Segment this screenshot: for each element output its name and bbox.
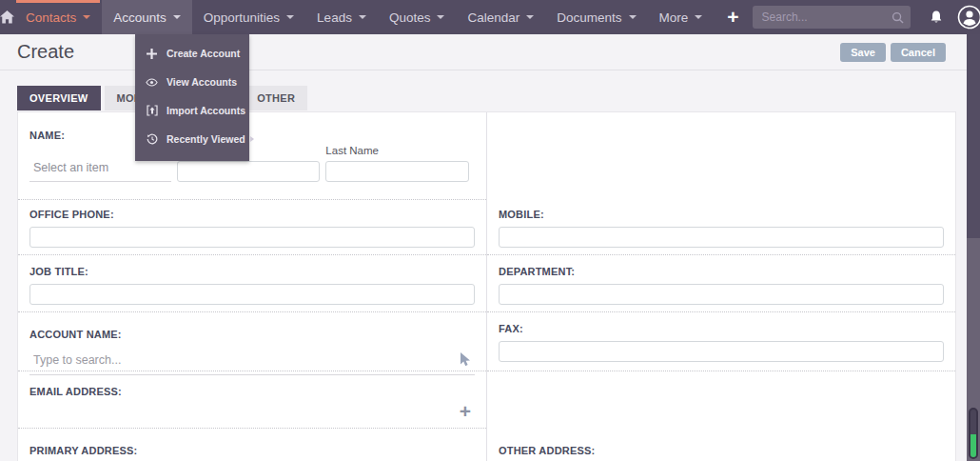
mobile-input[interactable] (499, 227, 944, 248)
import-icon (146, 105, 158, 116)
nav-item-contacts[interactable]: Contacts (14, 0, 102, 34)
chevron-down-icon (526, 15, 534, 19)
job-title-input[interactable] (29, 284, 475, 305)
nav-item-more[interactable]: More (648, 0, 715, 34)
field-name: NAME: Select an item First Name Last Nam… (18, 112, 486, 200)
field-label: MOBILE: (499, 209, 944, 220)
chevron-down-icon (695, 15, 702, 19)
app-window: Contacts Accounts Opportunities Leads Qu… (0, 0, 980, 461)
fax-input[interactable] (499, 341, 944, 362)
last-name-input[interactable] (325, 161, 469, 182)
chevron-down-icon (359, 15, 366, 19)
office-phone-input[interactable] (29, 227, 475, 248)
submenu-arrow-icon (250, 136, 254, 142)
notifications-bell-icon[interactable] (920, 10, 952, 25)
field-label: FAX: (499, 323, 944, 334)
field-department: DEPARTMENT: (487, 255, 955, 312)
nav-item-documents[interactable]: Documents (545, 0, 647, 34)
menu-item-label: View Accounts (167, 76, 237, 88)
nav-item-label: Quotes (389, 10, 431, 25)
first-name-input[interactable] (177, 161, 321, 182)
field-email-address: EMAIL ADDRESS: + (18, 371, 486, 429)
chevron-down-icon (629, 15, 637, 19)
save-button[interactable]: Save (840, 43, 886, 62)
quick-create-plus-icon[interactable]: + (714, 1, 752, 33)
menu-item-view-accounts[interactable]: View Accounts (135, 68, 249, 96)
field-label: ACCOUNT NAME: (29, 329, 122, 340)
field-primary-address: PRIMARY ADDRESS: (18, 429, 486, 461)
menu-item-label: Import Accounts (167, 105, 245, 116)
eye-icon (146, 78, 158, 87)
search-icon[interactable] (892, 10, 904, 28)
nav-item-accounts[interactable]: Accounts (102, 0, 192, 34)
field-mobile: MOBILE: (487, 200, 955, 255)
empty-cell (487, 371, 955, 429)
vertical-scrollbar[interactable] (967, 0, 980, 461)
cancel-button[interactable]: Cancel (891, 43, 946, 62)
field-label: DEPARTMENT: (499, 266, 944, 277)
accounts-dropdown-menu: Create Account View Accounts Import Acco… (135, 34, 249, 161)
form-right-column: MOBILE: DEPARTMENT: FAX: OTHER ADDRESS: (486, 112, 955, 461)
nav-item-label: Documents (557, 10, 621, 25)
chevron-down-icon (286, 15, 294, 19)
nav-item-label: Calendar (467, 10, 519, 25)
menu-item-label: Create Account (167, 48, 240, 59)
field-office-phone: OFFICE PHONE: (18, 200, 486, 255)
plus-icon (146, 49, 158, 59)
menu-item-import-accounts[interactable]: Import Accounts (135, 96, 249, 125)
salutation-select[interactable]: Select an item (29, 161, 171, 182)
user-avatar-icon[interactable] (952, 5, 980, 30)
chevron-down-icon (83, 15, 90, 19)
field-other-address: OTHER ADDRESS: (487, 429, 955, 461)
field-label: PRIMARY ADDRESS: (29, 445, 137, 456)
scrollbar-green-indicator (970, 434, 976, 457)
page-title: Create (17, 41, 74, 63)
nav-item-label: More (659, 10, 689, 25)
nav-item-label: Contacts (26, 10, 76, 25)
nav-item-opportunities[interactable]: Opportunities (192, 0, 305, 34)
form-left-column: NAME: Select an item First Name Last Nam… (18, 112, 486, 461)
scrollbar-bottom-marker (969, 408, 978, 459)
menu-item-label: Recently Viewed (167, 133, 245, 145)
search-input[interactable] (753, 6, 911, 29)
field-fax: FAX: (487, 312, 955, 371)
header-actions: Save Cancel (840, 43, 946, 62)
global-search (753, 6, 911, 29)
department-input[interactable] (499, 284, 944, 305)
menu-item-recently-viewed[interactable]: Recently Viewed (135, 125, 249, 153)
tab-overview[interactable]: OVERVIEW (17, 86, 101, 110)
mouse-cursor-icon (460, 352, 471, 371)
empty-cell (487, 112, 955, 200)
field-job-title: JOB TITLE: (18, 255, 486, 312)
name-row: Select an item First Name Last Name (29, 145, 475, 182)
nav-item-quotes[interactable]: Quotes (378, 0, 457, 34)
chevron-down-icon (437, 15, 444, 19)
field-account-name: ACCOUNT NAME: (18, 312, 486, 371)
top-navbar: Contacts Accounts Opportunities Leads Qu… (0, 0, 980, 34)
nav-item-label: Opportunities (204, 10, 280, 25)
tab-other[interactable]: OTHER (245, 86, 307, 110)
scrollbar-thumb[interactable] (967, 34, 980, 238)
chevron-down-icon (173, 15, 181, 19)
field-label: OTHER ADDRESS: (499, 445, 595, 456)
history-clock-icon (146, 133, 158, 145)
last-name-label: Last Name (325, 145, 469, 156)
last-name-group: Last Name (325, 145, 469, 182)
home-icon[interactable] (0, 0, 14, 34)
field-label: JOB TITLE: (29, 266, 475, 277)
nav-item-label: Accounts (113, 10, 167, 25)
nav-item-calendar[interactable]: Calendar (456, 0, 545, 34)
add-email-plus-icon[interactable]: + (460, 403, 471, 420)
edit-form-panel: NAME: Select an item First Name Last Nam… (17, 111, 956, 461)
field-label: EMAIL ADDRESS: (29, 386, 122, 397)
menu-item-create-account[interactable]: Create Account (135, 39, 249, 68)
nav-item-leads[interactable]: Leads (305, 0, 378, 34)
nav-item-label: Leads (317, 10, 352, 25)
navbar-right-group: + (714, 0, 980, 34)
field-label: OFFICE PHONE: (29, 209, 475, 220)
